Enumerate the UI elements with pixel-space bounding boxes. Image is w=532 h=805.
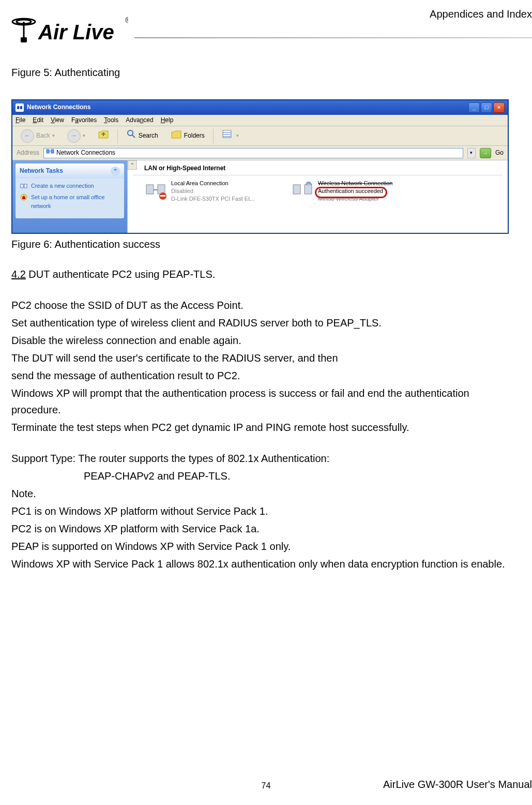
menu-advanced[interactable]: Advanced [126,115,153,125]
body-text: send the message of authentication resul… [11,367,521,384]
task-panel-body: Create a new connection Set up a home or… [16,178,124,218]
svg-rect-7 [20,106,22,109]
task-item-setup[interactable]: Set up a home or small office network [20,193,120,211]
up-button[interactable] [94,127,113,144]
svg-rect-3 [21,37,27,42]
header-divider [134,37,532,38]
lan-text: Local Area Connection Disabled D-Link DF… [171,180,254,203]
section-title: DUT authenticate PC2 using PEAP-TLS. [26,269,215,280]
sidebar: Network Tasks ⌃ Create a new connection [12,160,127,234]
maximize-button[interactable]: □ [481,102,492,113]
separator [117,129,118,143]
svg-point-9 [128,130,133,136]
note-text: PC2 is on Windows XP platform with Servi… [11,520,521,537]
back-arrow-icon: ← [21,129,34,143]
svg-rect-16 [51,150,54,153]
menu-favorites[interactable]: Favorites [71,115,97,125]
svg-rect-18 [21,184,23,188]
task-item-label: Set up a home or small office network [31,193,120,211]
body-text: Terminate the test steps when PC2 get dy… [11,419,521,436]
note-text: PC1 is on Windows XP platform without Se… [11,503,521,519]
note-text: PEAP is supported on Windows XP with Ser… [11,538,521,555]
menu-help[interactable]: Help [161,115,174,125]
views-button[interactable]: ▾ [218,127,243,144]
address-label: Address [17,148,39,158]
go-label: Go [495,148,504,158]
app-icon [16,103,24,112]
toolbar: ← Back ▾ → ▾ Search [12,126,508,146]
section-number: 4.2 [11,269,26,280]
svg-text:®: ® [125,16,128,24]
dropdown-icon: ▾ [236,132,239,139]
wireless-connection-item[interactable]: Wireless Network Connection Authenticati… [291,180,425,203]
svg-rect-25 [160,195,165,197]
figure6-caption: Figure 6: Authentication success [11,236,521,252]
window-buttons: _ □ × [468,102,505,113]
go-button[interactable]: → [480,148,491,158]
window-titlebar: Network Connections _ □ × [12,100,508,115]
lan-desc: D-Link DFE-530TX PCI Fast Et... [171,195,254,203]
dropdown-icon: ▾ [83,132,85,139]
separator [213,129,214,143]
network-tasks-panel: Network Tasks ⌃ Create a new connection [16,163,124,218]
svg-rect-21 [146,185,154,194]
task-panel-title: Network Tasks [20,166,63,176]
search-icon [126,129,136,142]
folder-up-icon [98,129,109,142]
support-type-line2: PEAP-CHAPv2 and PEAP-TLS. [11,468,521,484]
connection-icon [20,182,28,190]
svg-text:Air Live: Air Live [38,21,114,43]
address-input[interactable]: Network Connections [43,148,463,158]
wireless-icon [291,180,314,202]
menu-bar: File Edit View Favorites Tools Advanced … [12,115,508,126]
lan-name: Local Area Connection [171,180,254,187]
network-icon [46,147,54,158]
search-button[interactable]: Search [122,127,162,144]
menu-view[interactable]: View [51,115,64,125]
task-item-create[interactable]: Create a new connection [20,182,120,191]
svg-rect-19 [24,184,27,188]
svg-rect-27 [305,185,312,194]
menu-edit[interactable]: Edit [33,115,43,125]
forward-button[interactable]: → ▾ [63,128,89,144]
folders-button[interactable]: Folders [166,127,209,144]
lan-status: Disabled [171,187,254,195]
body-text: Disable the wireless connection and enab… [11,332,521,349]
address-value: Network Connections [56,148,115,158]
task-panel-header[interactable]: Network Tasks ⌃ [16,163,124,178]
body-text: Windows XP will prompt that the authenti… [11,385,521,418]
section-4-2: 4.2 DUT authenticate PC2 using PEAP-TLS. [11,266,521,282]
window-title: Network Connections [27,102,90,112]
svg-rect-26 [293,185,300,194]
page-content: Figure 5: Authenticating Network Connect… [0,52,532,572]
scroll-up-icon[interactable]: ⌃ [128,160,137,170]
lan-icon [144,180,167,202]
svg-rect-15 [47,150,49,153]
wireless-text: Wireless Network Connection Authenticati… [318,180,392,203]
network-connections-screenshot: Network Connections _ □ × File Edit View… [11,99,509,234]
body-text: The DUT will send the user's certificate… [11,350,521,366]
menu-tools[interactable]: Tools [104,115,118,125]
lan-section-header: LAN or High-Speed Internet [133,163,503,175]
minimize-button[interactable]: _ [468,102,480,113]
lan-connection-item[interactable]: Local Area Connection Disabled D-Link DF… [144,180,279,203]
collapse-icon[interactable]: ⌃ [111,167,120,176]
content-pane: ⌃ LAN or High-Speed Internet Local Area … [127,160,508,234]
close-button[interactable]: × [493,102,505,113]
menu-file[interactable]: File [16,115,25,125]
address-dropdown-icon[interactable]: ▾ [467,148,476,158]
connection-list: Local Area Connection Disabled D-Link DF… [133,180,503,203]
footer-manual-title: AirLive GW-300R User's Manual [383,779,532,791]
highlight-circle-icon [315,187,387,198]
brand-logo: Air Live ® [9,9,128,52]
support-type-line: Support Type: The router supports the ty… [11,450,521,467]
page-header: Air Live ® Appendices and Index [0,0,532,52]
svg-rect-6 [17,106,19,109]
address-bar: Address Network Connections ▾ → Go [12,146,508,160]
home-network-icon [20,193,28,201]
figure5-caption: Figure 5: Authenticating [11,64,521,81]
wireless-name: Wireless Network Connection [318,180,392,187]
back-button[interactable]: ← Back ▾ [17,128,59,144]
body-text: PC2 choose the SSID of DUT as the Access… [11,297,521,314]
header-section-label: Appendices and Index [430,8,532,20]
